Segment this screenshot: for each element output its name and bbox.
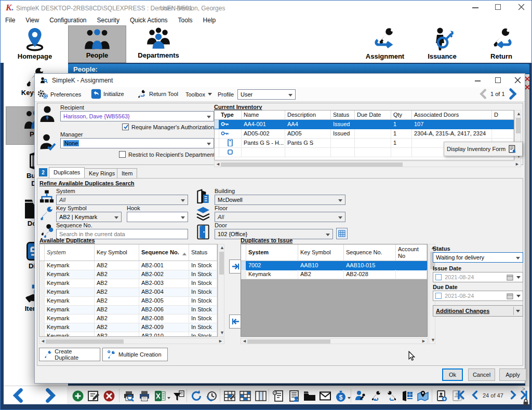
- multiple-creation-button[interactable]: Multiple Creation: [102, 348, 168, 361]
- table-row[interactable]: KeymarkAB2AB2-004In Stock: [39, 288, 217, 296]
- assign-person-button[interactable]: [354, 389, 367, 403]
- issue-date-checkbox[interactable]: [435, 274, 442, 280]
- next-record-icon[interactable]: [508, 88, 517, 100]
- ok-button[interactable]: Ok: [442, 368, 463, 381]
- return-button[interactable]: Return: [478, 26, 524, 60]
- table-row[interactable]: KeymarkAB2AB2-003In Stock: [39, 279, 217, 288]
- grid-edit-button[interactable]: [223, 389, 236, 403]
- table-row[interactable]: KeymarkAB2AB2-028: [241, 270, 427, 279]
- folder-button[interactable]: [303, 389, 316, 403]
- inventory-row[interactable]: AA4-001 AA4 Issued 1 107: [215, 120, 514, 129]
- cancel-button[interactable]: Cancel: [468, 368, 495, 381]
- mail-button[interactable]: [318, 389, 332, 403]
- due-date-checkbox[interactable]: [435, 293, 442, 299]
- assignment-button[interactable]: Assignment: [358, 26, 412, 60]
- require-auth-checkbox[interactable]: Require Manager's Authorization: [122, 124, 214, 130]
- homepage-button[interactable]: Homepage: [8, 26, 62, 60]
- person-form-button[interactable]: [287, 389, 301, 403]
- refresh-time-button[interactable]: [205, 389, 219, 403]
- print-preview-button[interactable]: [122, 389, 136, 403]
- notes-list-button[interactable]: [272, 389, 285, 403]
- toolbar-overflow-chevron[interactable]: >: [522, 386, 525, 392]
- due-date-field[interactable]: 2021-08-24: [433, 291, 523, 301]
- map-location-button[interactable]: [416, 389, 430, 403]
- available-vscrollbar[interactable]: ▲▼: [218, 244, 224, 337]
- restrict-dept-checkbox[interactable]: Restrict to Recipient's Department: [119, 151, 215, 158]
- inventory-hscrollbar[interactable]: ◄►: [214, 161, 521, 167]
- print-button[interactable]: [138, 389, 151, 403]
- menu-security[interactable]: Security: [97, 17, 119, 24]
- available-hscrollbar[interactable]: ◄►: [39, 338, 224, 344]
- menu-help[interactable]: Help: [203, 17, 216, 24]
- grid-columns-button[interactable]: [254, 389, 268, 403]
- export-excel-button[interactable]: [153, 389, 171, 403]
- floor-select[interactable]: All: [215, 212, 345, 222]
- key-symbol-select[interactable]: AB2 | Keymark: [56, 212, 122, 222]
- table-row[interactable]: KeymarkAB2AB2-005In Stock: [39, 296, 217, 305]
- apply-button[interactable]: Apply: [499, 368, 526, 381]
- table-row[interactable]: KeymarkAB2AB2-010In Stock: [39, 332, 217, 337]
- recipient-select[interactable]: Harisson, Dave {WB5563}: [60, 111, 214, 121]
- tab-duplicates[interactable]: Duplicates: [49, 167, 85, 178]
- background-close-icon[interactable]: [525, 76, 530, 81]
- first-record-button[interactable]: [457, 390, 466, 400]
- background-close-icon[interactable]: [525, 85, 530, 90]
- initialize-button[interactable]: Initialize: [91, 89, 124, 99]
- prev-record-icon[interactable]: [479, 89, 487, 99]
- door-browse-button[interactable]: [336, 228, 348, 239]
- return-tool-button[interactable]: Return Tool: [137, 89, 178, 99]
- preferences-button[interactable]: Preferences: [37, 89, 81, 100]
- grid-view-button[interactable]: [238, 389, 252, 403]
- previous-page-chevron[interactable]: [11, 388, 25, 403]
- tab-item[interactable]: Item: [117, 168, 137, 178]
- background-scrollbar[interactable]: [525, 74, 529, 386]
- dialog-minimize-button[interactable]: [475, 80, 481, 81]
- refresh-button[interactable]: [190, 389, 203, 403]
- add-button[interactable]: [71, 389, 85, 403]
- profile-select[interactable]: User: [237, 89, 296, 100]
- hook-select[interactable]: [127, 212, 188, 222]
- departments-button[interactable]: Departments: [129, 26, 188, 59]
- delete-button[interactable]: [102, 389, 116, 403]
- to-issue-hscrollbar[interactable]: ◄►: [241, 338, 428, 344]
- menu-configuration[interactable]: Configuration: [49, 17, 86, 24]
- inventory-row[interactable]: AD05-002 AD05 Issued 1 2304-A, 2315-A, 2…: [215, 129, 514, 139]
- previous-record-button[interactable]: [470, 390, 480, 400]
- edit-button[interactable]: [87, 389, 100, 403]
- building-select[interactable]: McDowell: [215, 195, 345, 205]
- manager-select[interactable]: None: [60, 138, 214, 148]
- filter-button[interactable]: [172, 389, 185, 403]
- menu-tools[interactable]: Tools: [178, 17, 193, 24]
- calendar-icon[interactable]: [507, 293, 513, 299]
- table-row[interactable]: 7002AAB10AAB10-015: [241, 261, 427, 270]
- create-duplicate-button[interactable]: Create Duplicate: [39, 348, 100, 361]
- dialog-close-button[interactable]: [514, 77, 521, 84]
- return-key-button[interactable]: [385, 389, 398, 403]
- dialog-maximize-button[interactable]: [495, 77, 501, 83]
- toolbox-dropdown[interactable]: Toolbox: [185, 91, 212, 98]
- table-row[interactable]: KeymarkAB2AB2-001In Stock: [39, 261, 217, 270]
- door-windows-button[interactable]: [401, 389, 414, 403]
- table-row[interactable]: KeymarkAB2AB2-008In Stock: [39, 314, 217, 323]
- tab-key-rings[interactable]: Key Rings: [84, 168, 119, 178]
- table-row[interactable]: KeymarkAB2AB2-009In Stock: [39, 323, 217, 332]
- issuance-button[interactable]: Issuance: [419, 26, 465, 60]
- window-minimize-button[interactable]: [472, 7, 478, 8]
- menu-file[interactable]: File: [5, 17, 15, 24]
- window-maximize-button[interactable]: [495, 4, 501, 10]
- table-row[interactable]: KeymarkAB2AB2-006In Stock: [39, 305, 217, 314]
- people-button[interactable]: People: [68, 25, 126, 63]
- menu-view[interactable]: View: [25, 17, 39, 24]
- status-select[interactable]: Waiting for delivery: [433, 252, 523, 263]
- card-add-button[interactable]: [435, 389, 448, 403]
- issue-date-field[interactable]: 2021-08-24: [433, 272, 523, 282]
- system-select[interactable]: All: [56, 195, 188, 205]
- window-close-button[interactable]: [518, 4, 525, 10]
- additional-changes-expander[interactable]: Additional Changes: [433, 305, 523, 317]
- assign-key-button[interactable]: [369, 389, 383, 403]
- calendar-icon[interactable]: [507, 274, 513, 281]
- next-page-chevron[interactable]: [43, 388, 58, 403]
- menu-quick-actions[interactable]: Quick Actions: [130, 17, 168, 24]
- next-record-button[interactable]: [509, 390, 518, 400]
- table-row[interactable]: KeymarkAB2AB2-002In Stock: [39, 270, 217, 279]
